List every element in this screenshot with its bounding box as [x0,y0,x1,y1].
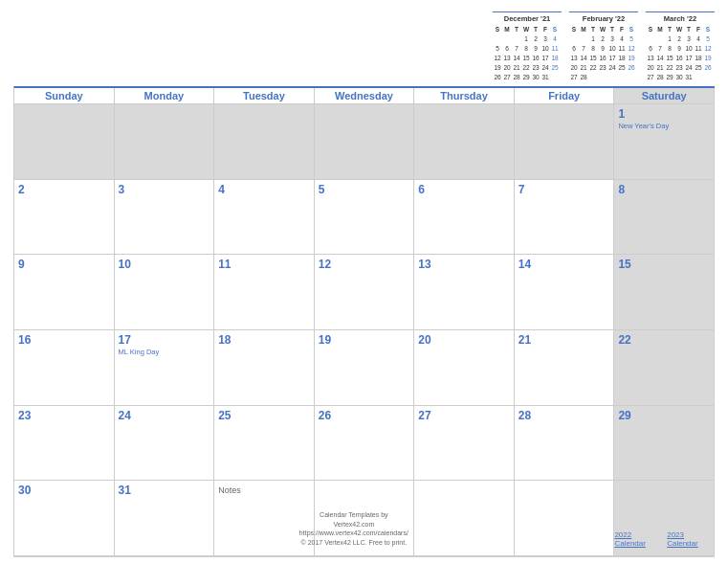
calendar-grid: 1New Year's Day234567891011121314151617M… [13,104,715,557]
day-number: 6 [418,183,510,196]
day-number: 26 [319,409,410,422]
cal-cell [315,104,415,180]
day-number: 24 [119,409,210,422]
day-number: 5 [319,183,410,196]
cal-cell: 16 [14,330,115,406]
footer-info: Calendar Templates by Vertex42.comhttps:… [299,510,408,548]
cal-cell: 4 [214,180,315,256]
cal-cell: 7 [515,180,615,256]
event-label: ML King Day [119,348,210,356]
header: December '21SMTWTFS 12345678910111213141… [13,10,715,82]
day-number: 30 [18,484,110,497]
cal-cell [115,104,215,180]
day-header-sunday: Sunday [14,88,115,104]
cal-cell: 23 [14,406,115,482]
calendar-wrap: SundayMondayTuesdayWednesdayThursdayFrid… [13,86,715,557]
cal-cell: 17ML King Day [115,330,215,406]
mini-calendars: December '21SMTWTFS 12345678910111213141… [493,11,715,82]
cal-cell: 19 [315,330,415,406]
cal-cell: 28 [515,406,615,482]
cal-cell [214,104,315,180]
day-number: 7 [518,183,610,196]
page: December '21SMTWTFS 12345678910111213141… [0,0,728,563]
cal-cell: 1New Year's Day [614,104,715,180]
cal-cell: 21 [515,330,615,406]
cal-cell: 30 [14,481,115,556]
cal-cell: 24 [115,406,215,482]
day-number: 29 [618,409,710,422]
cal-cell: 10 [115,255,215,330]
day-number: 25 [218,409,310,422]
cal-cell: 29 [614,406,715,482]
day-number: 10 [119,258,210,271]
day-number: 18 [218,333,310,347]
day-number: 3 [119,183,210,196]
day-number: 31 [119,484,210,497]
day-number: 20 [418,333,510,347]
cal-cell: 27 [414,406,515,482]
day-number: 14 [518,258,610,271]
notes-label: Notes [218,485,310,495]
cal-cell: 9 [14,255,115,330]
cal-cell: 13 [414,255,515,330]
day-header-wednesday: Wednesday [315,88,415,104]
cal-cell [515,481,615,556]
cal-cell: Calendar Templates by Vertex42.comhttps:… [414,481,515,556]
day-number: 22 [618,333,710,347]
day-header-thursday: Thursday [414,88,515,104]
cal-cell: 5 [315,180,415,256]
mini-calendar: December '21SMTWTFS 12345678910111213141… [493,11,562,82]
day-number: 21 [518,333,610,347]
day-header-monday: Monday [115,88,215,104]
day-number: 16 [18,333,110,347]
cal-cell: 26 [315,406,415,482]
cal-cell: 18 [214,330,315,406]
day-number: 4 [218,183,310,196]
mini-calendar: February '22SMTWTFS 12345678910111213141… [569,11,638,82]
cal-cell: 12 [315,255,415,330]
day-number: 15 [618,258,710,271]
day-number: 12 [319,258,410,271]
day-header-tuesday: Tuesday [214,88,315,104]
cal-cell: 31 [115,481,215,556]
day-number: 2 [18,183,110,196]
day-number: 19 [319,333,410,347]
calendar-header-row: SundayMondayTuesdayWednesdayThursdayFrid… [13,86,715,104]
cal-cell: 2022 Calendar2023 Calendar [614,481,715,556]
footer-links: 2022 Calendar2023 Calendar [614,530,704,548]
day-number: 13 [418,258,510,271]
day-number: 9 [18,258,110,271]
cal-cell: 3 [115,180,215,256]
day-header-saturday: Saturday [614,88,715,104]
holiday-label: New Year's Day [618,122,710,130]
day-number: 11 [218,258,310,271]
day-number: 8 [618,183,710,196]
cal-cell: 15 [614,255,715,330]
day-number: 28 [518,409,610,422]
cal-cell [14,104,115,180]
day-number: 23 [18,409,110,422]
day-number: 1 [618,107,710,121]
day-number: 17 [119,333,210,347]
cal-cell: 25 [214,406,315,482]
cal-cell: 8 [614,180,715,256]
cal-cell: 14 [515,255,615,330]
cal-cell: 22 [614,330,715,406]
day-header-friday: Friday [515,88,615,104]
mini-calendar: March '22SMTWTFS 12345678910111213141516… [646,11,715,82]
calendar-2023-link[interactable]: 2023 Calendar [667,530,704,548]
cal-cell: 20 [414,330,515,406]
calendar-2022-link[interactable]: 2022 Calendar [614,530,651,548]
cal-cell: 11 [214,255,315,330]
cal-cell: 2 [14,180,115,256]
cal-cell [515,104,615,180]
day-number: 27 [418,409,510,422]
cal-cell: 6 [414,180,515,256]
cal-cell [414,104,515,180]
